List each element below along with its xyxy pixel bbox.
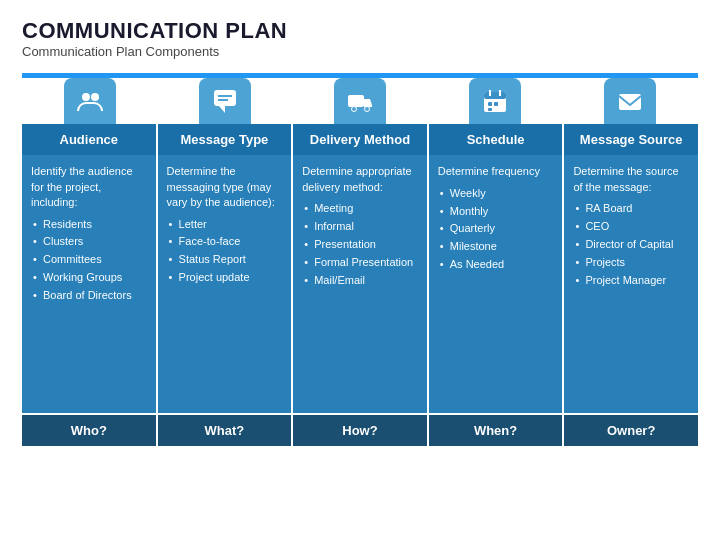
list-item: Residents <box>31 217 147 232</box>
page-title: COMMUNICATION PLAN <box>22 18 698 44</box>
list-item: Project update <box>167 270 283 285</box>
body-intro-2: Determine appropriate delivery method: <box>302 164 418 195</box>
list-item: Working Groups <box>31 270 147 285</box>
icon-cell-4 <box>563 78 698 124</box>
list-item: Monthly <box>438 204 554 219</box>
body-cell-1: Determine the messaging type (may vary b… <box>158 155 294 415</box>
footer-cell-3: When? <box>429 415 565 446</box>
footer-row: Who?What?How?When?Owner? <box>22 415 698 446</box>
header-cell-4: Message Source <box>564 124 698 155</box>
header-cell-3: Schedule <box>429 124 565 155</box>
list-item: Board of Directors <box>31 288 147 303</box>
body-intro-3: Determine frequency <box>438 164 554 179</box>
body-intro-0: Identify the audience for the project, i… <box>31 164 147 210</box>
list-item: Informal <box>302 219 418 234</box>
body-row: Identify the audience for the project, i… <box>22 155 698 415</box>
list-item: Face-to-face <box>167 234 283 249</box>
footer-cell-4: Owner? <box>564 415 698 446</box>
svg-rect-2 <box>214 90 236 106</box>
column-icon-2 <box>334 78 386 124</box>
icon-cell-3 <box>428 78 563 124</box>
list-item: Status Report <box>167 252 283 267</box>
svg-rect-14 <box>494 102 498 106</box>
column-icon-3 <box>469 78 521 124</box>
icon-cell-0 <box>22 78 157 124</box>
list-item: CEO <box>573 219 689 234</box>
body-cell-0: Identify the audience for the project, i… <box>22 155 158 415</box>
svg-marker-3 <box>219 106 225 113</box>
icon-cell-2 <box>292 78 427 124</box>
list-item: Presentation <box>302 237 418 252</box>
body-cell-4: Determine the source of the message:RA B… <box>564 155 698 415</box>
svg-rect-6 <box>348 95 364 107</box>
svg-point-0 <box>82 93 90 101</box>
column-icon-1 <box>199 78 251 124</box>
header-cell-2: Delivery Method <box>293 124 429 155</box>
list-item: Clusters <box>31 234 147 249</box>
list-item: Director of Capital <box>573 237 689 252</box>
list-item: Letter <box>167 217 283 232</box>
list-item: As Needed <box>438 257 554 272</box>
list-item: Weekly <box>438 186 554 201</box>
column-icon-4 <box>604 78 656 124</box>
icon-cell-1 <box>157 78 292 124</box>
list-item: Milestone <box>438 239 554 254</box>
header-cell-1: Message Type <box>158 124 294 155</box>
svg-rect-16 <box>619 94 641 110</box>
footer-cell-0: Who? <box>22 415 158 446</box>
list-item: Meeting <box>302 201 418 216</box>
list-item: Committees <box>31 252 147 267</box>
list-item: RA Board <box>573 201 689 216</box>
svg-point-8 <box>365 107 370 112</box>
footer-cell-1: What? <box>158 415 294 446</box>
list-item: Project Manager <box>573 273 689 288</box>
body-cell-2: Determine appropriate delivery method:Me… <box>293 155 429 415</box>
svg-point-7 <box>352 107 357 112</box>
body-intro-4: Determine the source of the message: <box>573 164 689 195</box>
svg-rect-13 <box>488 102 492 106</box>
icon-row <box>22 78 698 124</box>
header-cell-0: Audience <box>22 124 158 155</box>
svg-point-1 <box>91 93 99 101</box>
list-item: Projects <box>573 255 689 270</box>
list-item: Formal Presentation <box>302 255 418 270</box>
svg-rect-15 <box>488 108 492 111</box>
page-subtitle: Communication Plan Components <box>22 44 698 59</box>
body-intro-1: Determine the messaging type (may vary b… <box>167 164 283 210</box>
communication-plan-table: AudienceMessage TypeDelivery MethodSched… <box>22 73 698 446</box>
list-item: Mail/Email <box>302 273 418 288</box>
footer-cell-2: How? <box>293 415 429 446</box>
list-item: Quarterly <box>438 221 554 236</box>
column-icon-0 <box>64 78 116 124</box>
body-cell-3: Determine frequencyWeeklyMonthlyQuarterl… <box>429 155 565 415</box>
header-row: AudienceMessage TypeDelivery MethodSched… <box>22 124 698 155</box>
svg-rect-10 <box>484 92 506 99</box>
